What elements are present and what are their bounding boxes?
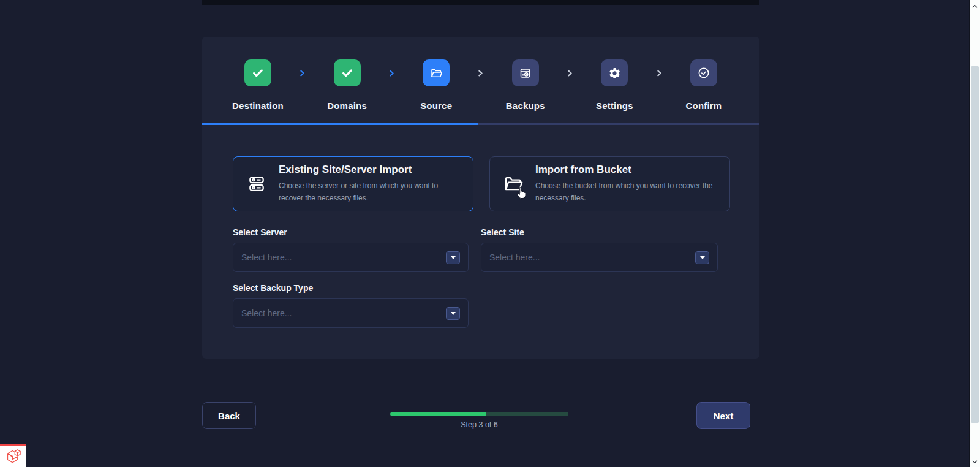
select-site-dropdown[interactable]: Select here... xyxy=(481,243,718,272)
folder-open-icon xyxy=(423,59,450,86)
card-description: Choose the bucket from which you want to… xyxy=(535,180,717,205)
step-label: Settings xyxy=(596,101,633,111)
select-server-dropdown[interactable]: Select here... xyxy=(233,243,469,272)
chevron-right-icon xyxy=(567,59,573,86)
scroll-up-icon[interactable] xyxy=(970,2,980,10)
chevron-down-icon[interactable] xyxy=(695,251,709,264)
server-stack-icon xyxy=(246,174,268,194)
gear-icon xyxy=(601,59,628,86)
card-existing-site-server-import[interactable]: Existing Site/Server Import Choose the s… xyxy=(233,156,473,211)
laravel-debugbar-badge[interactable] xyxy=(0,444,26,467)
laravel-logo-icon xyxy=(5,448,21,465)
card-import-from-bucket[interactable]: Import from Bucket Choose the bucket fro… xyxy=(489,156,730,211)
stepper-rail xyxy=(202,123,760,125)
step-confirm[interactable]: Confirm xyxy=(674,59,734,111)
vertical-scrollbar[interactable] xyxy=(969,0,980,467)
top-strip xyxy=(202,0,760,5)
step-domains[interactable]: Domains xyxy=(317,59,377,111)
select-server-label: Select Server xyxy=(233,227,287,237)
wizard-progress: Step 3 of 6 xyxy=(390,412,568,429)
step-destination[interactable]: Destination xyxy=(228,59,288,111)
wizard-panel: Destination Domains Source xyxy=(202,37,760,359)
step-label: Destination xyxy=(232,101,284,111)
check-circle-icon xyxy=(690,59,717,86)
chevron-down-icon[interactable] xyxy=(446,307,460,320)
step-counter: Step 3 of 6 xyxy=(390,420,568,429)
select-backup-type-label: Select Backup Type xyxy=(233,283,313,293)
next-button[interactable]: Next xyxy=(696,402,750,429)
step-label: Confirm xyxy=(686,101,722,111)
step-settings[interactable]: Settings xyxy=(584,59,644,111)
step-source[interactable]: Source xyxy=(406,59,466,111)
card-title: Import from Bucket xyxy=(535,164,717,176)
card-title: Existing Site/Server Import xyxy=(279,164,461,176)
progress-track xyxy=(390,412,568,416)
step-label: Backups xyxy=(506,101,545,111)
chevron-down-icon[interactable] xyxy=(446,251,460,264)
select-site-label: Select Site xyxy=(481,227,524,237)
progress-fill xyxy=(390,412,486,416)
scroll-down-icon[interactable] xyxy=(970,457,980,466)
step-label: Source xyxy=(420,101,452,111)
check-icon xyxy=(334,59,361,86)
step-label: Domains xyxy=(327,101,367,111)
source-option-cards: Existing Site/Server Import Choose the s… xyxy=(233,156,730,211)
card-description: Choose the server or site from which you… xyxy=(279,180,461,205)
chevron-right-icon xyxy=(656,59,663,86)
folder-open-icon xyxy=(502,173,524,194)
step-backups[interactable]: Backups xyxy=(496,59,556,111)
stepper: Destination Domains Source xyxy=(202,37,760,111)
backup-window-icon xyxy=(512,59,539,86)
select-server-placeholder: Select here... xyxy=(241,252,292,262)
chevron-right-icon xyxy=(388,59,395,86)
stepper-rail-progress xyxy=(202,123,478,125)
chevron-right-icon xyxy=(299,59,306,86)
scrollbar-thumb[interactable] xyxy=(971,66,979,423)
check-icon xyxy=(244,59,271,86)
select-site-placeholder: Select here... xyxy=(489,252,540,262)
select-backup-type-placeholder: Select here... xyxy=(241,308,292,318)
back-button[interactable]: Back xyxy=(202,402,256,429)
select-backup-type-dropdown[interactable]: Select here... xyxy=(233,298,469,328)
chevron-right-icon xyxy=(477,59,484,86)
